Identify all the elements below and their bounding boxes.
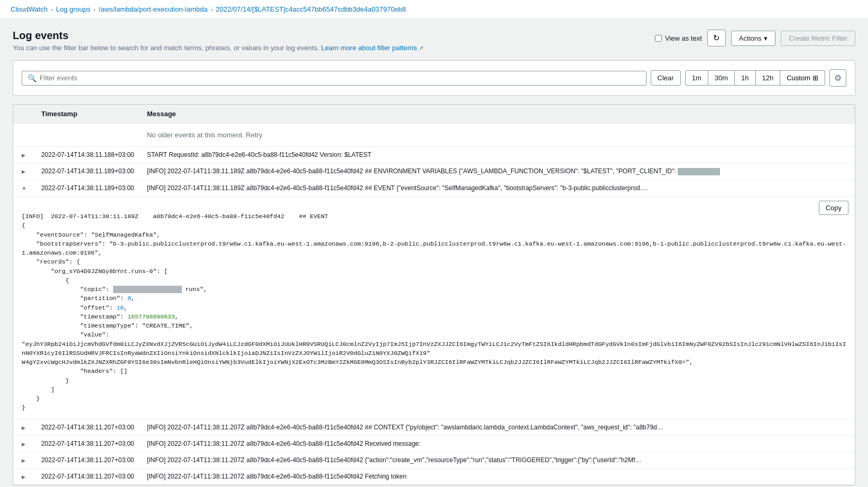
no-older-timestamp-cell [35, 124, 141, 147]
row1-timestamp: 2022-07-14T14:38:11.188+03:00 [35, 147, 141, 163]
no-older-text: No older events at this moment. [147, 131, 244, 139]
view-as-text-label: View as text [665, 34, 702, 42]
col-timestamp-header: Timestamp [35, 105, 141, 124]
actions-label: Actions [739, 34, 762, 42]
col-message-header: Message [141, 105, 855, 124]
row2-timestamp: 2022-07-14T14:38:11.189+03:00 [35, 163, 141, 180]
time-buttons-group: 1m 30m 1h 12h Custom ⊞ [685, 70, 825, 86]
row4-message: [INFO] 2022-07-14T11:38:11.207Z a8b79dc4… [141, 419, 855, 435]
row4-expand-icon[interactable] [20, 424, 27, 432]
view-as-text-wrapper: View as text [655, 34, 702, 42]
breadcrumb-cloudwatch[interactable]: CloudWatch [11, 5, 48, 13]
clear-button[interactable]: Clear [651, 70, 681, 86]
page-title: Log events [13, 30, 423, 42]
time-1m-button[interactable]: 1m [685, 70, 708, 86]
row6-expand-cell [13, 452, 35, 468]
expanded-content-row: Copy [INFO] 2022-07-14T11:38:11.189Z a8b… [13, 196, 855, 419]
custom-time-button[interactable]: Custom ⊞ [780, 70, 825, 86]
breadcrumb-sep-1: › [51, 6, 53, 13]
breadcrumb: CloudWatch › Log groups › /aws/lambda/po… [0, 0, 868, 19]
table-row: 2022-07-14T14:38:11.188+03:00 START Requ… [13, 147, 855, 163]
no-older-events-row: No older events at this moment. Retry [13, 124, 855, 147]
row7-expand-cell [13, 468, 35, 484]
row5-expand-cell [13, 435, 35, 452]
settings-icon: ⚙ [834, 73, 842, 82]
table-row: 2022-07-14T14:38:11.189+03:00 [INFO] 202… [13, 163, 855, 180]
row4-timestamp: 2022-07-14T14:38:11.207+03:00 [35, 419, 141, 435]
row3-expand-icon[interactable] [20, 184, 29, 192]
search-icon: 🔍 [27, 74, 36, 82]
search-input[interactable] [40, 74, 641, 82]
table-header-row: Timestamp Message [13, 105, 855, 124]
table-row: 2022-07-14T14:38:11.207+03:00 [INFO] 202… [13, 419, 855, 435]
row1-message: START RequestId: a8b79dc4-e2e6-40c5-ba88… [141, 147, 855, 163]
row3-expand-cell [13, 180, 35, 196]
table-row: 2022-07-14T14:38:11.207+03:00 [INFO] 202… [13, 452, 855, 468]
row5-timestamp: 2022-07-14T14:38:11.207+03:00 [35, 435, 141, 452]
create-metric-filter-button[interactable]: Create Metric Filter [781, 31, 855, 46]
row5-expand-icon[interactable] [20, 440, 27, 448]
search-wrapper: 🔍 [22, 71, 647, 86]
log-table-container: Timestamp Message No older events at thi… [13, 104, 855, 485]
page-header: Log events You can use the filter bar be… [13, 30, 855, 52]
settings-button[interactable]: ⚙ [829, 69, 846, 87]
copy-button[interactable]: Copy [819, 201, 848, 215]
main-content: Log events You can use the filter bar be… [0, 19, 868, 487]
breadcrumb-lambda-path[interactable]: /aws/lambda/port-execution-lambda [99, 5, 208, 13]
row7-timestamp: 2022-07-14T14:38:11.207+03:00 [35, 468, 141, 484]
row2-redacted [678, 168, 720, 175]
row5-message: [INFO] 2022-07-14T11:38:11.207Z a8b79dc4… [141, 435, 855, 452]
row6-expand-icon[interactable] [20, 456, 27, 464]
row7-message: [INFO] 2022-07-14T11:38:11.207Z a8b79dc4… [141, 468, 855, 484]
custom-label: Custom [787, 74, 810, 82]
actions-dropdown-icon: ▾ [764, 34, 768, 42]
external-link-icon: ↗ [419, 45, 423, 51]
expanded-content-cell: Copy [INFO] 2022-07-14T11:38:11.189Z a8b… [13, 196, 855, 419]
breadcrumb-sep-2: › [94, 6, 96, 13]
time-12h-button[interactable]: 12h [756, 70, 781, 86]
actions-button[interactable]: Actions ▾ [731, 31, 776, 46]
row2-expand-icon[interactable] [20, 167, 27, 175]
table-row: 2022-07-14T14:38:11.207+03:00 [INFO] 202… [13, 435, 855, 452]
filter-row: 🔍 Clear 1m 30m 1h 12h Custom ⊞ ⚙ [22, 69, 846, 87]
row6-timestamp: 2022-07-14T14:38:11.207+03:00 [35, 452, 141, 468]
offset-value: 10 [116, 304, 124, 311]
retry-link[interactable]: Retry [246, 131, 262, 139]
no-older-message-cell: No older events at this moment. Retry [141, 124, 855, 147]
row4-expand-cell [13, 419, 35, 435]
partition-value: 0 [127, 295, 131, 302]
breadcrumb-log-groups[interactable]: Log groups [56, 5, 90, 13]
code-block: [INFO] 2022-07-14T11:38:11.189Z a8b79dc4… [22, 203, 846, 413]
table-row: 2022-07-14T14:38:11.189+03:00 [INFO] 202… [13, 180, 855, 196]
row2-expand-cell [13, 163, 35, 180]
breadcrumb-log-stream[interactable]: 2022/07/14/[$LATEST]c4acc547bb6547cdbb3d… [216, 5, 406, 13]
breadcrumb-sep-3: › [211, 6, 213, 13]
time-30m-button[interactable]: 30m [708, 70, 735, 86]
refresh-icon: ↻ [713, 33, 720, 42]
row2-message: [INFO] 2022-07-14T11:38:11.189Z a8b79dc4… [141, 163, 855, 180]
no-older-expand-cell [13, 124, 35, 147]
table-row: 2022-07-14T14:38:11.207+03:00 [INFO] 202… [13, 468, 855, 484]
expanded-inner: Copy [INFO] 2022-07-14T11:38:11.189Z a8b… [13, 196, 855, 419]
row1-expand-cell [13, 147, 35, 163]
page-title-section: Log events You can use the filter bar be… [13, 30, 423, 52]
row1-expand-icon[interactable] [20, 151, 27, 159]
timestamp-value: 1657798690633 [127, 313, 175, 320]
view-as-text-checkbox[interactable] [655, 35, 662, 42]
refresh-button[interactable]: ↻ [707, 30, 726, 46]
row3-message: [INFO] 2022-07-14T11:38:11.189Z a8b79dc4… [141, 180, 855, 196]
log-table: Timestamp Message No older events at thi… [13, 105, 855, 485]
row6-message: [INFO] 2022-07-14T11:38:11.207Z a8b79dc4… [141, 452, 855, 468]
row3-timestamp: 2022-07-14T14:38:11.189+03:00 [35, 180, 141, 196]
filter-bar: 🔍 Clear 1m 30m 1h 12h Custom ⊞ ⚙ [13, 60, 855, 96]
custom-calendar-icon: ⊞ [812, 74, 818, 82]
time-1h-button[interactable]: 1h [735, 70, 755, 86]
topic-redacted [113, 286, 182, 293]
page-subtitle: You can use the filter bar below to sear… [13, 44, 423, 52]
header-actions: View as text ↻ Actions ▾ Create Metric F… [655, 30, 855, 46]
row7-expand-icon[interactable] [20, 473, 27, 481]
col-expand-header [13, 105, 35, 124]
filter-patterns-link[interactable]: Learn more about filter patterns [321, 44, 417, 52]
